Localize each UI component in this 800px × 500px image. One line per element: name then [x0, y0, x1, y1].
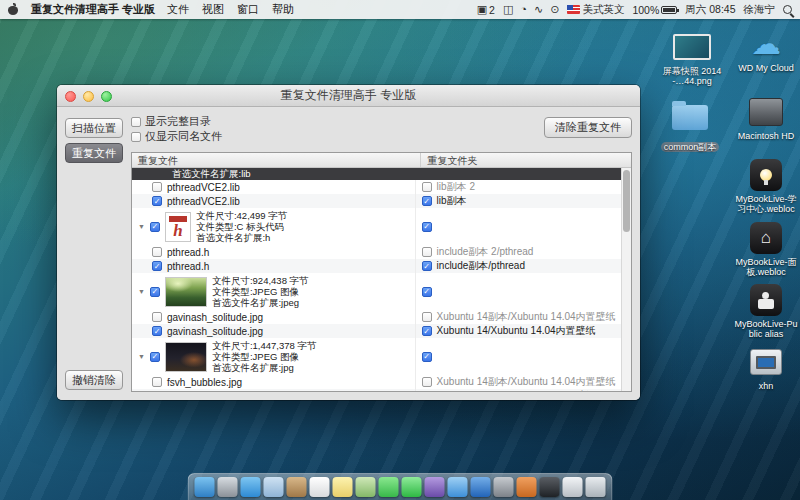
dock-app-utilities[interactable]	[517, 477, 537, 497]
folder-checkbox[interactable]	[422, 312, 432, 322]
file-checkbox[interactable]: ✓	[152, 196, 162, 206]
table-row[interactable]: pthreadVCE2.liblib副本 2	[132, 180, 621, 194]
dock-app-calendar[interactable]	[310, 477, 330, 497]
table-row[interactable]: ▼✓文件尺寸:1,447,378 字节文件类型:JPEG 图像首选文件名扩展:j…	[132, 338, 621, 375]
file-cell: ▼✓文件尺寸:42,499 字节文件类型:C 标头代码首选文件名扩展:h	[132, 208, 416, 245]
dock-app-textedit[interactable]	[563, 477, 583, 497]
menu-item-视图[interactable]: 视图	[202, 2, 224, 17]
file-checkbox[interactable]	[152, 312, 162, 322]
desktop-icon-folder[interactable]: common副本	[658, 100, 722, 154]
file-checkbox[interactable]	[152, 377, 162, 387]
folder-checkbox[interactable]: ✓	[422, 326, 432, 336]
desktop-icon-hard-drive[interactable]: Macintosh HD	[734, 95, 798, 141]
folder-checkbox[interactable]	[422, 182, 432, 192]
folder-icon	[671, 100, 709, 134]
dock-app-finder[interactable]	[195, 477, 215, 497]
minimize-button[interactable]	[83, 91, 94, 102]
folder-checkbox[interactable]: ✓	[422, 352, 432, 362]
file-cell: ✓pthread.h	[132, 259, 416, 273]
dock-app-app-store[interactable]	[471, 477, 491, 497]
file-checkbox[interactable]	[152, 247, 162, 257]
scrollbar-thumb[interactable]	[623, 170, 630, 232]
dock-app-notes[interactable]	[333, 477, 353, 497]
scrollbar[interactable]	[621, 168, 631, 391]
show-full-path-checkbox[interactable]	[131, 117, 141, 127]
file-cell: ✓gavinash_solitude.jpg	[132, 324, 416, 338]
dock-trash[interactable]	[586, 477, 606, 497]
same-name-only-checkbox[interactable]	[131, 132, 141, 142]
dock-app-safari[interactable]	[241, 477, 261, 497]
table-row[interactable]: ✓fsvh_bubbles.jpg✓Xubuntu 14/Xubuntu 14.…	[132, 389, 621, 391]
notification-badge[interactable]: ▣ 2	[477, 3, 495, 16]
table-row[interactable]: ▼✓文件尺寸:924,438 字节文件类型:JPEG 图像首选文件名扩展:jpe…	[132, 273, 621, 310]
file-name: pthreadVCE2.lib	[167, 182, 240, 193]
disclosure-triangle-icon[interactable]: ▼	[138, 223, 145, 230]
file-checkbox[interactable]: ✓	[152, 326, 162, 336]
file-checkbox[interactable]: ✓	[150, 352, 160, 362]
dock-app-photo-booth[interactable]	[425, 477, 445, 497]
file-checkbox[interactable]	[152, 182, 162, 192]
dock-app-terminal[interactable]	[540, 477, 560, 497]
file-name: pthread.h	[167, 261, 209, 272]
disclosure-triangle-icon[interactable]: ▼	[138, 288, 145, 295]
dock-app-maps[interactable]	[356, 477, 376, 497]
clean-duplicates-button[interactable]: 清除重复文件	[544, 117, 632, 138]
time-machine-icon[interactable]: ◔	[520, 3, 527, 16]
sidebar-button-撤销清除[interactable]: 撤销清除	[65, 370, 123, 390]
zoom-button[interactable]	[101, 91, 112, 102]
input-method-menu[interactable]: 美式英文	[567, 3, 624, 17]
close-button[interactable]	[65, 91, 76, 102]
table-row[interactable]: ✓gavinash_solitude.jpg✓Xubuntu 14/Xubunt…	[132, 324, 621, 338]
folder-checkbox[interactable]: ✓	[422, 196, 432, 206]
spotlight-icon[interactable]	[783, 5, 792, 14]
menu-item-文件[interactable]: 文件	[167, 2, 189, 17]
dock-app-contacts[interactable]	[287, 477, 307, 497]
dock-app-messages[interactable]	[379, 477, 399, 497]
folder-checkbox[interactable]	[422, 247, 432, 257]
desktop: 重复文件清理高手 专业版 文件视图窗口帮助 ▣ 2 ◫◔∿⊙ 美式英文 100%…	[0, 0, 800, 500]
sidebar-button-扫描位置[interactable]: 扫描位置	[65, 118, 123, 138]
menu-item-帮助[interactable]: 帮助	[272, 2, 294, 17]
main-panel: 显示完整目录 仅显示同名文件 清除重复文件 重复文件 重复文件夹 首选文件名扩展…	[131, 114, 632, 392]
dock-app-itunes[interactable]	[448, 477, 468, 497]
folder-checkbox[interactable]	[422, 377, 432, 387]
display-icon[interactable]: ◫	[503, 3, 513, 16]
menu-item-窗口[interactable]: 窗口	[237, 2, 259, 17]
disclosure-triangle-icon[interactable]: ▼	[138, 353, 145, 360]
clock[interactable]: 周六 08:45	[685, 3, 735, 17]
folder-name: include副本 2/pthread	[437, 245, 534, 259]
table-row[interactable]: ✓pthread.h✓include副本/pthread	[132, 259, 621, 273]
apple-menu-icon[interactable]	[8, 4, 19, 15]
file-checkbox[interactable]: ✓	[150, 287, 160, 297]
desktop-icon-home-app[interactable]: ⌂MyBookLive-面板.webloc	[734, 221, 798, 277]
desktop-icon-share-app[interactable]: MyBookLive-Public alias	[734, 283, 798, 339]
window-titlebar[interactable]: 重复文件清理高手 专业版	[57, 85, 640, 107]
airplay-icon[interactable]: ∿	[534, 3, 543, 16]
user-menu[interactable]: 徐海宁	[744, 3, 776, 17]
table-row[interactable]: pthread.hinclude副本 2/pthread	[132, 245, 621, 259]
table-row[interactable]: ✓pthreadVCE2.lib✓lib副本	[132, 194, 621, 208]
sidebar-button-重复文件[interactable]: 重复文件	[65, 143, 123, 163]
file-checkbox[interactable]: ✓	[152, 261, 162, 271]
folder-checkbox[interactable]: ✓	[422, 287, 432, 297]
file-checkbox[interactable]: ✓	[150, 222, 160, 232]
folder-checkbox[interactable]: ✓	[422, 222, 432, 232]
column-header-duplicate-folder[interactable]: 重复文件夹	[421, 153, 483, 167]
column-header-duplicate-file[interactable]: 重复文件	[132, 153, 421, 167]
bluetooth-icon[interactable]: ⊙	[550, 3, 559, 16]
desktop-icon-cloud[interactable]: ☁WD My Cloud	[734, 27, 798, 73]
desktop-icon-network-computer[interactable]: xhn	[734, 345, 798, 391]
table-row[interactable]: ▼✓文件尺寸:42,499 字节文件类型:C 标头代码首选文件名扩展:h✓	[132, 208, 621, 245]
dock-app-launchpad[interactable]	[218, 477, 238, 497]
dock-app-system-preferences[interactable]	[494, 477, 514, 497]
table-row[interactable]: gavinash_solitude.jpgXubuntu 14副本/Xubunt…	[132, 310, 621, 324]
menubar-app-name[interactable]: 重复文件清理高手 专业版	[31, 2, 155, 17]
dock-app-mail[interactable]	[264, 477, 284, 497]
desktop-icon-screenshot-thumbnail[interactable]: 屏幕快照 2014-…44.png	[660, 30, 724, 86]
folder-checkbox[interactable]: ✓	[422, 261, 432, 271]
file-name: pthreadVCE2.lib	[167, 196, 240, 207]
dock-app-facetime[interactable]	[402, 477, 422, 497]
desktop-icon-bulb-app[interactable]: MyBookLive-学习中心.webloc	[734, 158, 798, 214]
table-row[interactable]: fsvh_bubbles.jpgXubuntu 14副本/Xubuntu 14.…	[132, 375, 621, 389]
battery-menu[interactable]: 100%	[632, 4, 677, 16]
